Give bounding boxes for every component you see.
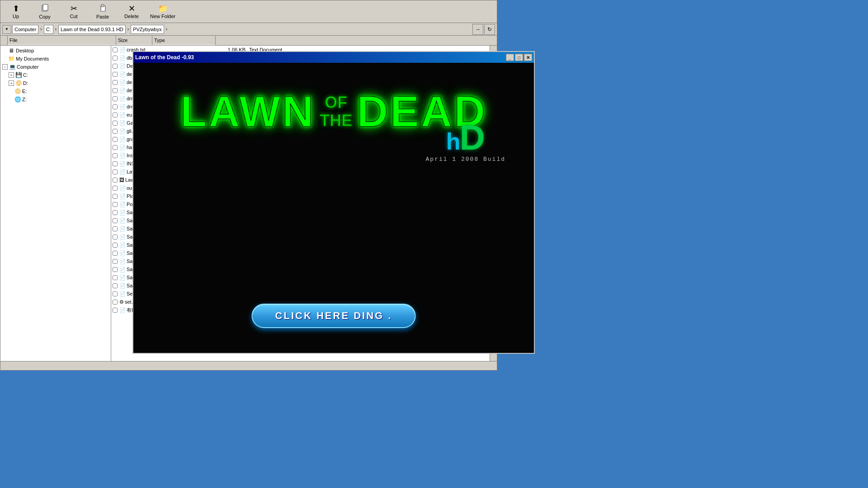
file-checkbox[interactable] [113, 145, 118, 150]
toolbar: ⬆ Up Copy ✂ Cut Paste [0, 0, 497, 23]
game-logo: LAWN OFTHE DEAD h D April 1 2008 Build [148, 90, 519, 133]
address-computer[interactable]: Computer [12, 25, 38, 34]
file-type-icon: 📄 [119, 88, 126, 93]
file-type-icon: ⚙ [119, 299, 124, 305]
e-drive-icon: 📀 [14, 88, 21, 95]
file-checkbox[interactable] [113, 137, 118, 142]
file-checkbox[interactable] [113, 291, 118, 296]
file-checkbox[interactable] [113, 186, 118, 191]
file-checkbox[interactable] [113, 161, 118, 166]
address-bar: ▼ Computer › C: › Lawn of the Dead 0.93.… [0, 23, 497, 36]
my-documents-icon: 📁 [8, 55, 15, 62]
paste-label: Paste [96, 14, 109, 19]
file-checkbox[interactable] [113, 129, 118, 134]
maximize-button[interactable]: □ [515, 54, 523, 61]
close-button[interactable]: ✕ [524, 54, 532, 61]
sidebar-item-desktop[interactable]: 🖥 Desktop [1, 47, 110, 55]
file-checkbox[interactable] [113, 169, 118, 174]
file-type-icon: 📄 [119, 283, 126, 288]
sidebar-item-computer[interactable]: − 💻 Computer [1, 63, 110, 71]
file-checkbox[interactable] [113, 267, 118, 272]
cut-button[interactable]: ✂ Cut [60, 3, 87, 20]
sidebar-item-e-drive[interactable]: 📀 E: [1, 87, 110, 95]
game-titlebar-buttons: _ □ ✕ [506, 54, 532, 61]
column-header-size[interactable]: Size [116, 36, 152, 45]
sidebar-item-d-drive[interactable]: + 📀 D: [1, 79, 110, 87]
game-window: Lawn of the Dead -0.93 _ □ ✕ LAWN OFTHE … [132, 51, 535, 354]
hd-h-letter: h [446, 128, 461, 155]
file-checkbox[interactable] [113, 300, 118, 305]
address-subfolder[interactable]: PVZybywbyx [131, 25, 164, 34]
new-folder-label: New Folder [150, 14, 175, 19]
file-checkbox[interactable] [113, 64, 118, 69]
file-type-icon: 📄 [119, 169, 126, 174]
file-checkbox[interactable] [113, 210, 118, 215]
file-type-icon: 📄 [119, 202, 126, 207]
address-dropdown[interactable]: ▼ [2, 25, 11, 34]
paste-icon [99, 4, 107, 13]
file-checkbox[interactable] [113, 88, 118, 93]
file-checkbox[interactable] [113, 194, 118, 199]
file-type-icon: 📄 [119, 210, 126, 215]
sidebar-item-my-documents[interactable]: 📁 My Documents [1, 55, 110, 63]
address-c-drive[interactable]: C: [44, 25, 53, 34]
svg-rect-3 [101, 5, 104, 7]
file-checkbox[interactable] [113, 104, 118, 109]
desktop-icon: 🖥 [8, 47, 15, 54]
logo-lawn: LAWN [180, 90, 316, 133]
file-checkbox[interactable] [113, 308, 118, 313]
file-checkbox[interactable] [113, 47, 118, 52]
file-checkbox[interactable] [113, 178, 118, 183]
up-label: Up [13, 14, 19, 19]
copy-button[interactable]: Copy [31, 2, 58, 21]
up-button[interactable]: ⬆ Up [2, 3, 29, 20]
file-checkbox[interactable] [113, 56, 118, 61]
expand-computer[interactable]: − [2, 64, 8, 70]
delete-button[interactable]: ✕ Delete [118, 3, 145, 20]
file-checkbox[interactable] [113, 226, 118, 231]
file-checkbox[interactable] [113, 202, 118, 207]
file-checkbox[interactable] [113, 218, 118, 223]
nav-forward-button[interactable]: → [472, 24, 483, 35]
z-drive-icon: 🌐 [14, 96, 21, 103]
sidebar-item-c-drive[interactable]: + 💾 C: [1, 71, 110, 79]
file-checkbox[interactable] [113, 283, 118, 288]
expand-c-drive[interactable]: + [9, 72, 14, 78]
file-checkbox[interactable] [113, 235, 118, 239]
file-checkbox[interactable] [113, 275, 118, 280]
file-checkbox[interactable] [113, 80, 118, 85]
file-checkbox[interactable] [113, 259, 118, 264]
file-type-icon: 📄 [119, 120, 126, 126]
file-type-icon: 📄 [119, 104, 126, 109]
file-type-icon: 🖼 [119, 177, 124, 183]
computer-icon: 💻 [9, 63, 16, 70]
file-checkbox[interactable] [113, 121, 118, 126]
new-folder-icon: 📁 [158, 5, 168, 13]
expand-d-drive[interactable]: + [9, 80, 14, 86]
new-folder-button[interactable]: 📁 New Folder [147, 3, 179, 20]
cut-label: Cut [70, 14, 77, 19]
file-type-icon: 📄 [119, 55, 126, 61]
hd-badge: h D April 1 2008 Build [426, 117, 505, 163]
logo-of-the: OFTHE [320, 94, 352, 129]
file-type-icon: 📄 [119, 153, 126, 158]
address-game-folder[interactable]: Lawn of the Dead 0.93.1 HD [58, 25, 126, 34]
nav-refresh-button[interactable]: ↻ [484, 24, 495, 35]
copy-label: Copy [39, 14, 51, 19]
file-checkbox[interactable] [113, 251, 118, 256]
sidebar-item-z-drive[interactable]: 🌐 Z: [1, 95, 110, 103]
file-checkbox[interactable] [113, 113, 118, 117]
file-checkbox[interactable] [113, 243, 118, 248]
file-checkbox[interactable] [113, 96, 118, 101]
delete-label: Delete [124, 14, 139, 19]
column-header-file[interactable]: File [8, 36, 116, 45]
svg-rect-1 [43, 5, 48, 10]
paste-button[interactable]: Paste [89, 2, 116, 21]
file-checkbox[interactable] [113, 72, 118, 77]
file-type-icon: 📄 [119, 128, 126, 134]
click-here-button[interactable]: CLICK HERE DING . [252, 304, 416, 328]
file-type-icon: 📄 [119, 112, 126, 117]
file-checkbox[interactable] [113, 153, 118, 158]
column-header-type[interactable]: Type [152, 36, 216, 45]
minimize-button[interactable]: _ [506, 54, 514, 61]
